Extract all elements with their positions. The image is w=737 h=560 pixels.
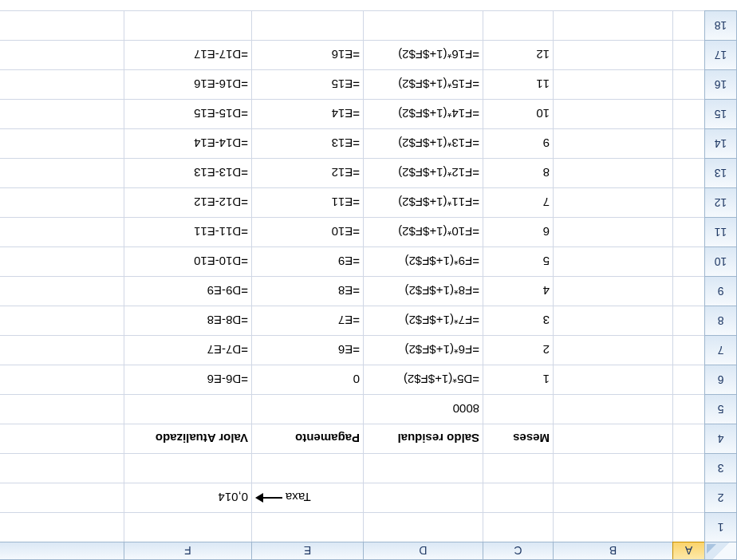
cell-C6[interactable]: 1 xyxy=(483,365,553,394)
cell-C13[interactable]: 8 xyxy=(483,158,553,187)
cell-A9[interactable] xyxy=(672,276,704,306)
cell-A12[interactable] xyxy=(672,187,704,217)
row-header-10[interactable]: 10 xyxy=(704,246,736,276)
cell-G18[interactable] xyxy=(0,10,124,40)
cell-C12[interactable]: 7 xyxy=(483,187,553,217)
cell-D14[interactable]: =F13*(1+$F$2) xyxy=(363,128,483,158)
cell-A8[interactable] xyxy=(672,306,704,335)
cell-G7[interactable] xyxy=(0,335,124,365)
cell-C15[interactable]: 10 xyxy=(483,99,553,128)
col-header-D[interactable]: D xyxy=(363,542,483,559)
cell-E8[interactable]: =E7 xyxy=(251,306,363,335)
cell-D17[interactable]: =F16*(1+$F$2) xyxy=(363,40,483,69)
row-header-18[interactable]: 18 xyxy=(704,10,736,40)
cell-G5[interactable] xyxy=(0,394,124,424)
cell-B13[interactable] xyxy=(553,158,672,187)
cell-B5[interactable] xyxy=(553,394,672,424)
cell-E2[interactable]: Taxa xyxy=(251,483,363,512)
cell-E18[interactable] xyxy=(251,10,363,40)
select-all-corner[interactable] xyxy=(704,542,736,559)
cell-A13[interactable] xyxy=(672,158,704,187)
cell-D6[interactable]: =D5*(1+$F$2) xyxy=(363,365,483,394)
cell-E17[interactable]: =E16 xyxy=(251,40,363,69)
row-header-13[interactable]: 13 xyxy=(704,158,736,187)
cell-B7[interactable] xyxy=(553,335,672,365)
cell-A14[interactable] xyxy=(672,128,704,158)
cell-C8[interactable]: 3 xyxy=(483,306,553,335)
cell-A2[interactable] xyxy=(672,483,704,512)
cell-F6[interactable]: =D6-E6 xyxy=(124,365,251,394)
cell-C2[interactable] xyxy=(483,483,553,512)
cell-F2[interactable]: 0,014 xyxy=(124,483,251,512)
cell-E13[interactable]: =E12 xyxy=(251,158,363,187)
cell-G11[interactable] xyxy=(0,217,124,246)
cell-A17[interactable] xyxy=(672,40,704,69)
row-header-1[interactable]: 1 xyxy=(704,512,736,542)
col-header-F[interactable]: F xyxy=(124,542,251,559)
cell-D2[interactable] xyxy=(363,483,483,512)
cell-F11[interactable]: =D11-E11 xyxy=(124,217,251,246)
cell-D3[interactable] xyxy=(363,453,483,483)
cell-E14[interactable]: =E13 xyxy=(251,128,363,158)
cell-F14[interactable]: =D14-E14 xyxy=(124,128,251,158)
row-header-5[interactable]: 5 xyxy=(704,394,736,424)
cell-A4[interactable] xyxy=(672,424,704,453)
cell-C7[interactable]: 2 xyxy=(483,335,553,365)
cell-B8[interactable] xyxy=(553,306,672,335)
cell-F1[interactable] xyxy=(124,512,251,542)
cell-G12[interactable] xyxy=(0,187,124,217)
row-header-2[interactable]: 2 xyxy=(704,483,736,512)
col-header-E[interactable]: E xyxy=(251,542,363,559)
cell-C17[interactable]: 12 xyxy=(483,40,553,69)
cell-E12[interactable]: =E11 xyxy=(251,187,363,217)
cell-C18[interactable] xyxy=(483,10,553,40)
cell-A15[interactable] xyxy=(672,99,704,128)
cell-F13[interactable]: =D13-E13 xyxy=(124,158,251,187)
cell-A5[interactable] xyxy=(672,394,704,424)
cell-D12[interactable]: =F11*(1+$F$2) xyxy=(363,187,483,217)
cell-B3[interactable] xyxy=(553,453,672,483)
cell-E15[interactable]: =E14 xyxy=(251,99,363,128)
cell-F3[interactable] xyxy=(124,453,251,483)
cell-A18[interactable] xyxy=(672,10,704,40)
cell-D1[interactable] xyxy=(363,512,483,542)
row-header-8[interactable]: 8 xyxy=(704,306,736,335)
cell-G8[interactable] xyxy=(0,306,124,335)
cell-G10[interactable] xyxy=(0,246,124,276)
cell-D4[interactable]: Saldo residual xyxy=(363,424,483,453)
cell-A3[interactable] xyxy=(672,453,704,483)
cell-F12[interactable]: =D12-E12 xyxy=(124,187,251,217)
cell-B17[interactable] xyxy=(553,40,672,69)
cell-G16[interactable] xyxy=(0,69,124,99)
cell-C11[interactable]: 6 xyxy=(483,217,553,246)
cell-F9[interactable]: =D9-E9 xyxy=(124,276,251,306)
cell-A6[interactable] xyxy=(672,365,704,394)
cell-A16[interactable] xyxy=(672,69,704,99)
cell-E16[interactable]: =E15 xyxy=(251,69,363,99)
cell-A7[interactable] xyxy=(672,335,704,365)
cell-D8[interactable]: =F7*(1+$F$2) xyxy=(363,306,483,335)
cell-C9[interactable]: 4 xyxy=(483,276,553,306)
cell-A11[interactable] xyxy=(672,217,704,246)
cell-F18[interactable] xyxy=(124,10,251,40)
cell-G4[interactable] xyxy=(0,424,124,453)
cell-A1[interactable] xyxy=(672,512,704,542)
cell-B16[interactable] xyxy=(553,69,672,99)
cell-C5[interactable] xyxy=(483,394,553,424)
cell-G2[interactable] xyxy=(0,483,124,512)
cell-D9[interactable]: =F8*(1+$F$2) xyxy=(363,276,483,306)
cell-C4[interactable]: Meses xyxy=(483,424,553,453)
cell-D10[interactable]: =F9*(1+$F$2) xyxy=(363,246,483,276)
row-header-7[interactable]: 7 xyxy=(704,335,736,365)
cell-G14[interactable] xyxy=(0,128,124,158)
row-header-11[interactable]: 11 xyxy=(704,217,736,246)
cell-B10[interactable] xyxy=(553,246,672,276)
cell-F4[interactable]: Valor Atualizado xyxy=(124,424,251,453)
cell-F8[interactable]: =D8-E8 xyxy=(124,306,251,335)
cell-G9[interactable] xyxy=(0,276,124,306)
cell-G3[interactable] xyxy=(0,453,124,483)
row-header-17[interactable]: 17 xyxy=(704,40,736,69)
cell-B6[interactable] xyxy=(553,365,672,394)
cell-B15[interactable] xyxy=(553,99,672,128)
cell-B11[interactable] xyxy=(553,217,672,246)
